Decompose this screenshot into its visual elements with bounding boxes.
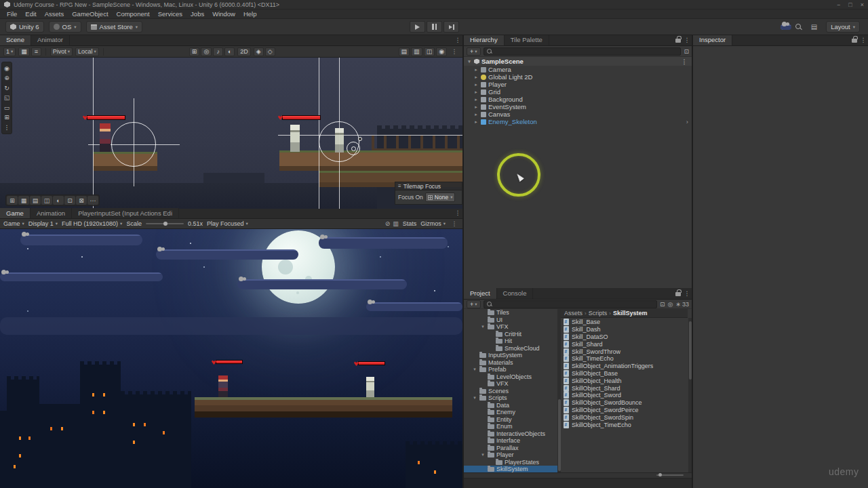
tab[interactable]: PlayerInputSet (Input Actions Edi [72, 208, 179, 218]
player-sprite[interactable] [100, 123, 111, 152]
file-row[interactable]: SkillObject_SwordPeirce [561, 407, 688, 414]
breadcrumb-item[interactable]: Scripts [589, 310, 608, 317]
game-toolbar-menu-icon[interactable]: ⋮ [450, 218, 459, 229]
expand-arrow-icon[interactable]: ▾ [480, 324, 486, 329]
handle-space-dropdown[interactable]: Local▾ [75, 47, 99, 56]
scene-tool-icon[interactable]: ◱ [4, 94, 10, 103]
tree-folder-row[interactable]: ▾ Scripts [464, 394, 557, 402]
tree-folder-row[interactable]: ▾ VFX [464, 323, 557, 331]
scale-slider-thumb[interactable] [163, 222, 167, 226]
tilemap-focus-header[interactable]: ≡ Tilemap Focus [395, 182, 462, 190]
scene-tool-icon[interactable]: ⋮ [4, 123, 10, 132]
pivot-dropdown[interactable]: Pivot▾ [50, 47, 73, 56]
snap-value-dropdown[interactable]: 1▾ [3, 47, 16, 56]
lock-icon[interactable] [852, 39, 857, 43]
display-dropdown[interactable]: Display 1▾ [28, 220, 58, 227]
tree-folder-row[interactable]: CritHit [464, 331, 557, 338]
project-search-input[interactable] [484, 300, 658, 308]
file-row[interactable]: SkillObject_Sword [561, 392, 688, 399]
tree-folder-row[interactable]: SkillSystem [464, 466, 557, 472]
search-filter-icon[interactable]: ◎ [668, 301, 673, 308]
menu-item[interactable]: Jobs [186, 10, 208, 18]
grid-settings-icon[interactable]: ≡ [31, 47, 41, 56]
tab[interactable]: Animator [31, 35, 70, 45]
focus-on-dropdown[interactable]: None ▾ [425, 192, 456, 202]
scene-visibility-icon[interactable]: ◫ [424, 47, 435, 56]
panel-menu-icon[interactable]: ⋮ [453, 35, 462, 45]
scene-picker-icon[interactable]: ⊡ [684, 48, 689, 55]
tree-folder-row[interactable]: Interface [464, 437, 557, 445]
file-row[interactable]: Skill_SwordThrow [561, 348, 688, 355]
tree-folder-row[interactable]: Data [464, 402, 557, 409]
create-asset-button[interactable]: +▾ [467, 300, 481, 308]
scene-view-option-icon[interactable]: ◐ [224, 47, 235, 56]
tab[interactable]: Animation [31, 208, 72, 218]
unity-cloud-icon[interactable] [781, 24, 791, 30]
grid-settings-icon[interactable]: ▦ [18, 47, 30, 56]
file-row[interactable]: Skill_DataSO [561, 333, 688, 341]
scene-view-option-icon[interactable]: ♪ [213, 47, 223, 56]
scene-view-option-icon[interactable]: ⊞ [189, 47, 200, 56]
create-object-button[interactable]: +▾ [467, 47, 481, 56]
layers-icon[interactable]: ▤ [811, 23, 817, 30]
hierarchy-item[interactable]: ▸ Player [464, 81, 692, 88]
overlay-tool-icon[interactable]: ▤ [30, 196, 41, 205]
icon-size-slider-thumb[interactable] [658, 473, 662, 476]
tree-folder-row[interactable]: ▾ Prefab [464, 366, 557, 373]
file-row[interactable]: SkillObject_Health [561, 377, 688, 384]
hierarchy-item[interactable]: ▸ Camera [464, 66, 692, 73]
breadcrumb-item[interactable]: Assets [564, 310, 583, 317]
overlay-tool-icon[interactable]: ⊡ [64, 196, 75, 205]
expand-arrow-icon[interactable]: ▾ [472, 395, 477, 401]
file-row[interactable]: SkillObject_Base [561, 370, 688, 378]
game-toolbar-icon[interactable]: ⊘ [385, 220, 391, 227]
scene-tool-icon[interactable]: ⊞ [4, 113, 9, 123]
expand-arrow-icon[interactable]: ▸ [473, 119, 479, 125]
overlay-tool-icon[interactable]: ⋯ [87, 196, 98, 205]
expand-arrow-icon[interactable]: ▸ [473, 89, 479, 95]
panel-menu-icon[interactable]: ⋮ [682, 35, 692, 45]
scene-tool-icon[interactable]: ⊕ [4, 74, 9, 83]
skeleton-sprite[interactable] [335, 128, 344, 152]
close-button[interactable]: × [861, 1, 864, 8]
expand-arrow-icon[interactable]: ▸ [473, 112, 479, 117]
lock-icon[interactable] [675, 39, 681, 43]
game-toolbar-icon[interactable]: ▥ [393, 220, 399, 227]
tree-folder-row[interactable]: Scenes [464, 388, 557, 395]
tree-folder-row[interactable]: UI [464, 317, 557, 324]
tree-folder-row[interactable]: Parallax [464, 445, 557, 452]
overlay-tool-icon[interactable]: ◫ [41, 196, 52, 205]
tab[interactable]: Tile Palette [505, 35, 549, 45]
menu-item[interactable]: Window [208, 10, 239, 18]
hierarchy-item[interactable]: ▸ Canvas [464, 110, 692, 118]
tab[interactable]: Game [0, 208, 31, 218]
expand-arrow-icon[interactable]: ▸ [473, 82, 479, 87]
scene-root-row[interactable]: ▾ SampleScene ⋮ [464, 57, 692, 66]
scene-viewport[interactable]: ◉⊕↻◱▭⊞⋮ ⊞▦▤◫◐⊡⊠⋯ ≡ Tilemap Focus Focus O… [0, 58, 462, 209]
tree-folder-row[interactable]: LevelObjects [464, 373, 557, 381]
panel-menu-icon[interactable]: ⋮ [453, 207, 462, 218]
overlay-tool-icon[interactable]: ⊞ [7, 196, 18, 205]
scene-aux-icon[interactable]: ◈ [254, 47, 264, 56]
breadcrumb-item-current[interactable]: SkillSystem [613, 310, 648, 317]
expand-arrow-icon[interactable]: ▸ [473, 67, 479, 73]
layout-dropdown[interactable]: Layout ▾ [826, 21, 860, 33]
hierarchy-item[interactable]: ▸ Enemy_Skeleton › [464, 118, 692, 125]
menu-item[interactable]: Help [239, 10, 261, 18]
scene-toolbar-menu-icon[interactable]: ⋮ [450, 46, 459, 57]
unity-version-badge[interactable]: Unity 6 [5, 21, 44, 33]
overlay-tool-icon[interactable]: ◐ [53, 196, 64, 205]
tree-folder-row[interactable]: Enum [464, 423, 557, 430]
expand-arrow-icon[interactable]: ▾ [480, 452, 486, 458]
expand-arrow-icon[interactable]: ▾ [472, 367, 477, 372]
menu-item[interactable]: Edit [21, 10, 40, 18]
expand-arrow-icon[interactable]: ▾ [467, 59, 472, 64]
file-row[interactable]: SkillObject_Shard [561, 384, 688, 392]
expand-arrow-icon[interactable]: ▸ [473, 104, 479, 110]
resolution-dropdown[interactable]: Full HD (1920x1080)▾ [62, 220, 122, 227]
expand-arrow-icon[interactable]: ▸ [473, 97, 479, 102]
stats-toggle[interactable]: Stats [403, 220, 417, 227]
tree-folder-row[interactable]: Materials [464, 359, 557, 367]
scene-visibility-icon[interactable]: ◉ [436, 47, 447, 56]
tree-folder-row[interactable]: SmokeCloud [464, 345, 557, 352]
